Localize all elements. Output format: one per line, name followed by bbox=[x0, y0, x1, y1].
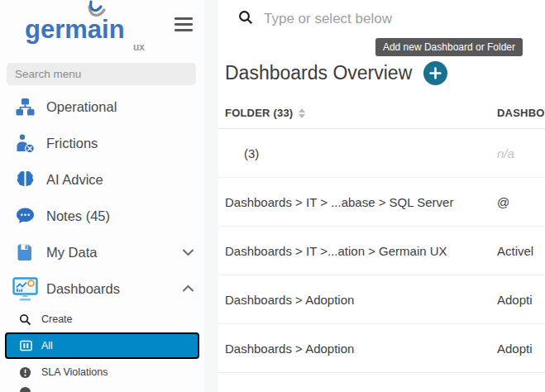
columns-icon bbox=[18, 340, 33, 351]
add-dashboard-button[interactable] bbox=[423, 61, 447, 85]
table-row[interactable]: Dashboards > IT >...ation > Germain UX A… bbox=[218, 227, 545, 275]
table-row[interactable]: Dashboards > IT > ...abase > SQL Server … bbox=[218, 178, 545, 227]
sidebar-subitem-label: All bbox=[41, 340, 53, 351]
tooltip: Add new Dashboard or Folder bbox=[375, 38, 523, 56]
sort-icon[interactable] bbox=[299, 108, 305, 118]
brain-icon bbox=[12, 170, 38, 189]
dashboard-cell: Adopti bbox=[497, 293, 545, 307]
sidebar-item-my-data[interactable]: My Data bbox=[0, 234, 204, 270]
folder-cell: Dashboards > IT > ...abase > SQL Server bbox=[225, 195, 497, 209]
table-header: FOLDER (33) DASHBO bbox=[218, 98, 545, 129]
menu-search-input[interactable] bbox=[7, 63, 196, 85]
sitemap-icon bbox=[12, 97, 38, 117]
column-header-folder[interactable]: FOLDER (33) bbox=[225, 107, 497, 119]
sidebar-item-label: My Data bbox=[46, 245, 97, 261]
folder-cell: Dashboards > IT >...ation > Germain UX bbox=[225, 244, 497, 258]
chevron-down-icon[interactable] bbox=[182, 248, 194, 256]
sidebar-item-label: Notes (45) bbox=[46, 208, 110, 224]
chat-bubble-icon bbox=[12, 206, 38, 226]
user-x-icon bbox=[12, 133, 38, 154]
search-icon bbox=[17, 313, 32, 326]
alert-circle-icon bbox=[17, 366, 32, 379]
sidebar-item-dashboards[interactable]: Dashboards bbox=[0, 270, 204, 307]
chevron-up-icon[interactable] bbox=[182, 284, 194, 293]
brand-logo: germain bbox=[25, 15, 125, 45]
folder-cell: (3) bbox=[225, 146, 497, 160]
sidebar-subitem-sla-violations[interactable]: SLA Violations bbox=[0, 360, 204, 385]
circle-icon bbox=[17, 386, 32, 392]
sidebar-subitem-create[interactable]: Create bbox=[0, 307, 204, 332]
search-icon bbox=[238, 10, 253, 28]
table-row[interactable]: (3) n/a bbox=[218, 129, 545, 178]
sidebar-subitem-label: SLA Violations bbox=[41, 366, 108, 378]
dashboard-cell: @ bbox=[497, 195, 545, 209]
monitor-chart-icon bbox=[12, 277, 38, 301]
sidebar-item-ai-advice[interactable]: AI Advice bbox=[0, 161, 204, 198]
sidebar-item-notes[interactable]: Notes (45) bbox=[0, 198, 204, 234]
logo-block: germain ux bbox=[0, 0, 204, 56]
dashboard-cell: n/a bbox=[497, 146, 545, 160]
dashboard-search-input[interactable] bbox=[264, 11, 512, 27]
hamburger-menu-icon[interactable] bbox=[174, 17, 193, 35]
dashboard-cell: Adopti bbox=[497, 342, 545, 356]
sidebar-item-label: AI Advice bbox=[46, 172, 103, 188]
app-window: germain ux Operational bbox=[0, 0, 545, 392]
sidebar: germain ux Operational bbox=[0, 0, 204, 392]
sidebar-nav: Operational Frictions bbox=[0, 88, 204, 392]
sidebar-item-label: Operational bbox=[46, 99, 117, 115]
dashboard-cell: Activel bbox=[497, 244, 545, 258]
sidebar-subitem-partial[interactable] bbox=[0, 385, 204, 392]
top-search-bar bbox=[218, 0, 545, 38]
folder-cell: Dashboards > Adoption bbox=[225, 293, 497, 307]
column-header-label: DASHBO bbox=[497, 107, 545, 119]
table-row[interactable]: Dashboards > Adoption Adopti bbox=[218, 275, 545, 324]
sidebar-item-label: Frictions bbox=[46, 136, 98, 151]
title-row: Dashboards Overview bbox=[218, 61, 545, 85]
main-content: Add new Dashboard or Folder Dashboards O… bbox=[218, 0, 545, 392]
sidebar-main-gap bbox=[204, 0, 218, 392]
table-row[interactable]: Dashboards > Adoption Adopti bbox=[218, 324, 545, 373]
column-header-dashboard[interactable]: DASHBO bbox=[497, 107, 545, 119]
page-title: Dashboards Overview bbox=[225, 62, 412, 84]
sidebar-item-label: Dashboards bbox=[46, 281, 120, 297]
folder-cell: Dashboards > Adoption bbox=[225, 342, 497, 356]
brand-logo-sub: ux bbox=[133, 41, 145, 53]
sidebar-subitem-all[interactable]: All bbox=[5, 332, 199, 359]
column-header-label: FOLDER (33) bbox=[225, 107, 293, 119]
sidebar-subitem-label: Create bbox=[41, 313, 73, 325]
sidebar-item-operational[interactable]: Operational bbox=[0, 88, 204, 125]
save-book-icon bbox=[12, 242, 38, 262]
sidebar-item-frictions[interactable]: Frictions bbox=[0, 125, 204, 161]
